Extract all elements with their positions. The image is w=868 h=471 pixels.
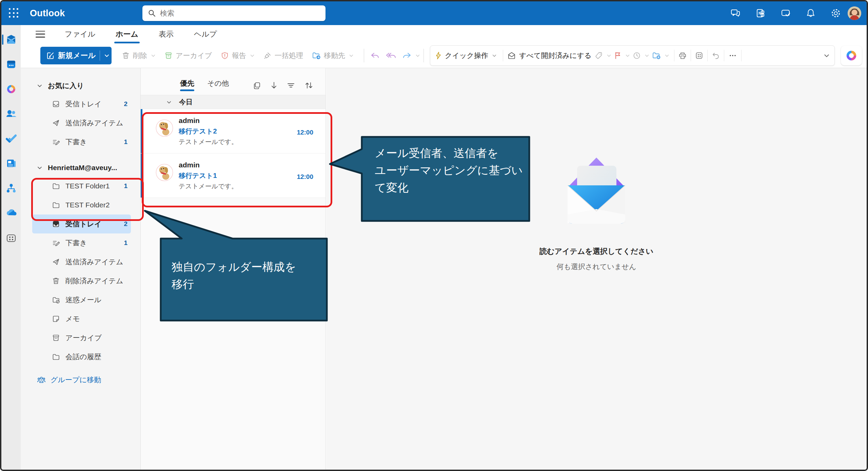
favorites-section-header[interactable]: お気に入り <box>21 77 140 95</box>
rail-mail-icon[interactable] <box>1 30 21 49</box>
tab-file[interactable]: ファイル <box>64 27 96 41</box>
account-avatar[interactable] <box>848 6 861 20</box>
sidebar-item-archive[interactable]: アーカイブ <box>32 328 131 347</box>
shield-warning-icon <box>221 52 229 60</box>
todo-icon[interactable] <box>781 8 791 18</box>
sidebar-item-drafts-favorite[interactable]: 下書き 1 <box>32 132 131 151</box>
app-launcher-icon[interactable] <box>9 8 19 18</box>
tab-view[interactable]: 表示 <box>158 27 174 41</box>
go-to-groups-label: グループに移動 <box>51 375 101 385</box>
rail-onedrive-icon[interactable] <box>1 203 21 223</box>
app-rail <box>1 25 21 470</box>
print-button[interactable] <box>678 52 687 60</box>
apps-button[interactable] <box>695 52 703 60</box>
quick-steps-label: クイック操作 <box>445 51 488 60</box>
report-label: 報告 <box>232 51 246 60</box>
mark-all-read-button[interactable]: すべて開封済みにする <box>507 51 591 60</box>
rail-more-apps-icon[interactable] <box>1 228 21 248</box>
broom-icon <box>263 52 272 60</box>
sidebar-item-test-folder2[interactable]: TEST Folder2 <box>32 196 131 214</box>
rail-copilot-icon[interactable] <box>1 79 21 99</box>
sort-icon[interactable] <box>304 81 313 89</box>
filter-icon[interactable] <box>287 81 295 89</box>
sidebar-item-sent-favorite[interactable]: 送信済みアイテム <box>32 114 131 132</box>
account-section-header[interactable]: HenriettaM@aveuy... <box>21 159 140 177</box>
sidebar-item-deleted[interactable]: 削除済みアイテム <box>32 271 131 290</box>
chevron-down-icon[interactable] <box>607 53 611 58</box>
rules-button[interactable] <box>652 52 669 60</box>
draft-icon <box>52 138 60 146</box>
select-messages-icon[interactable] <box>253 81 261 89</box>
copilot-button[interactable] <box>841 46 862 65</box>
notifications-bell-icon[interactable] <box>806 8 816 18</box>
folder-icon <box>52 182 60 190</box>
archive-button[interactable]: アーカイブ <box>164 51 212 60</box>
sidebar-item-label: 送信済みアイテム <box>65 257 127 267</box>
chevron-down-icon[interactable] <box>104 53 110 58</box>
message-row[interactable]: admin 移行テスト1 テストメールです。 12:00 <box>141 153 326 198</box>
sidebar-item-sent[interactable]: 送信済みアイテム <box>32 252 131 271</box>
sidebar-item-inbox-favorite[interactable]: 受信トレイ 2 <box>32 95 131 114</box>
archive-icon <box>52 334 60 342</box>
chevron-down-icon[interactable] <box>625 53 630 58</box>
delete-button[interactable]: 削除 <box>122 51 156 60</box>
rail-org-icon[interactable] <box>1 178 21 198</box>
chat-icon[interactable] <box>730 8 741 18</box>
sidebar-item-inbox[interactable]: 受信トレイ 2 <box>32 214 131 233</box>
onenote-feed-icon[interactable]: N <box>755 8 766 18</box>
chevron-down-icon[interactable] <box>151 53 156 58</box>
chevron-down-icon[interactable] <box>349 53 354 58</box>
group-header-today[interactable]: 今日 <box>141 95 326 109</box>
report-button[interactable]: 報告 <box>221 51 255 60</box>
rail-calendar-icon[interactable] <box>1 55 21 74</box>
send-icon <box>52 258 60 266</box>
account-header-label: HenriettaM@aveuy... <box>48 164 117 172</box>
settings-gear-icon[interactable] <box>831 8 841 18</box>
collapse-ribbon-button[interactable] <box>824 53 830 59</box>
search-input[interactable] <box>159 9 326 18</box>
tab-other[interactable]: その他 <box>207 79 229 90</box>
ribbon-toolbar: 新規メール 削除 アーカイブ 報告 一括処理 <box>21 43 867 68</box>
chevron-down-icon[interactable] <box>665 53 669 58</box>
chevron-down-icon[interactable] <box>645 53 649 58</box>
sidebar-item-conversation-history[interactable]: 会話の履歴 <box>32 347 131 366</box>
newest-on-top-icon[interactable] <box>271 81 277 89</box>
trash-icon <box>122 52 130 60</box>
rail-people-icon[interactable] <box>1 104 21 124</box>
new-mail-button[interactable]: 新規メール <box>40 47 112 64</box>
tab-help[interactable]: ヘルプ <box>193 27 218 41</box>
reply-button[interactable] <box>370 52 380 60</box>
sweep-button[interactable]: 一括処理 <box>263 51 303 60</box>
sidebar-item-notes[interactable]: メモ <box>32 309 131 328</box>
sender-avatar-dog <box>156 164 173 181</box>
reply-all-button[interactable] <box>386 52 396 60</box>
rail-news-icon[interactable] <box>1 153 21 173</box>
message-row[interactable]: admin 移行テスト2 テストメールです。 12:00 <box>141 109 326 153</box>
categorize-button[interactable] <box>595 52 611 60</box>
sidebar-item-test-folder1[interactable]: TEST Folder1 1 <box>32 177 131 196</box>
chevron-down-icon[interactable] <box>415 53 420 58</box>
flag-icon <box>614 52 622 60</box>
sidebar-item-junk[interactable]: 迷惑メール <box>32 290 131 309</box>
search-icon <box>148 9 156 17</box>
move-to-button[interactable]: 移動先 <box>312 51 354 60</box>
rail-todo-icon[interactable] <box>1 129 21 148</box>
quick-steps-button[interactable]: クイック操作 <box>435 51 497 60</box>
flag-button[interactable] <box>614 52 630 60</box>
sidebar-item-drafts[interactable]: 下書き 1 <box>32 233 131 252</box>
hamburger-menu-icon[interactable] <box>36 31 45 38</box>
go-to-groups-link[interactable]: グループに移動 <box>37 375 140 385</box>
tab-focused[interactable]: 優先 <box>180 79 194 90</box>
message-subject: 移行テスト1 <box>179 170 285 181</box>
snooze-button[interactable] <box>633 52 649 60</box>
chevron-down-icon[interactable] <box>492 53 497 58</box>
folder-pane: お気に入り 受信トレイ 2 送信済みアイテム 下書き 1 HenriettaM@… <box>21 68 141 470</box>
chevron-down-icon[interactable] <box>250 53 255 58</box>
forward-button[interactable] <box>402 52 420 60</box>
archive-icon <box>164 52 173 60</box>
tab-home[interactable]: ホーム <box>115 27 139 41</box>
undo-button[interactable] <box>712 52 720 60</box>
more-options-button[interactable] <box>728 52 737 60</box>
empty-state-title: 読むアイテムを選択してください <box>539 246 653 257</box>
search-box[interactable] <box>142 5 326 21</box>
